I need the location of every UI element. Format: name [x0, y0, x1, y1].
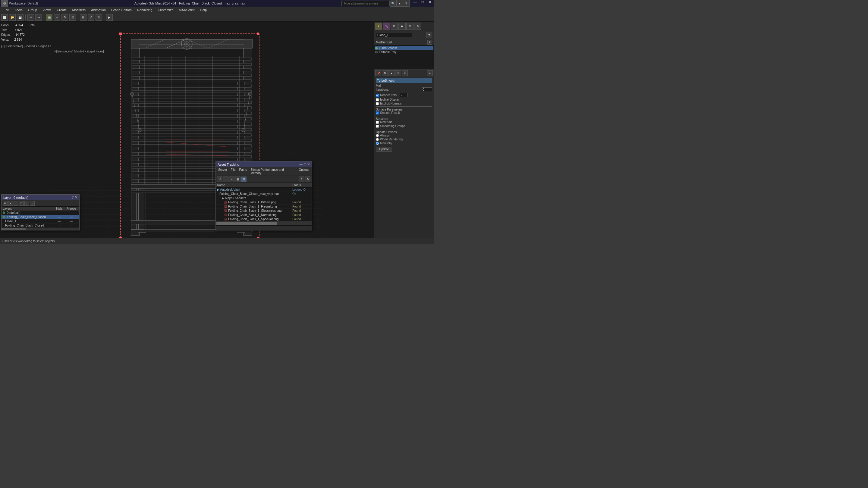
menu-maxscript[interactable]: MAXScript	[177, 7, 197, 12]
minimize-button[interactable]: —	[412, 0, 418, 7]
modifier-move-up-btn[interactable]: ▲	[389, 70, 395, 76]
menu-graph-editors[interactable]: Graph Editors	[109, 7, 134, 12]
lp-sel-objs-btn[interactable]: □	[19, 201, 24, 206]
lp-down-btn[interactable]: ↓	[30, 201, 35, 206]
modifier-dropdown-btn[interactable]: ▼	[426, 32, 432, 38]
at-close-btn[interactable]: ✕	[307, 162, 310, 166]
search-input[interactable]	[341, 1, 390, 6]
ts-manually-radio[interactable]	[376, 142, 379, 145]
rp-icon-hierarchy[interactable]: ⊞	[391, 23, 398, 30]
at-menu-file[interactable]: File	[229, 168, 237, 175]
toolbar-redo[interactable]: ↪	[35, 14, 42, 21]
search-button[interactable]: 🔍	[390, 0, 396, 7]
lp-scrollbar[interactable]	[1, 228, 79, 230]
menu-rendering[interactable]: Rendering	[135, 7, 155, 12]
at-refresh-btn[interactable]: ↺	[217, 176, 222, 182]
menu-create[interactable]: Create	[54, 7, 69, 12]
search-options[interactable]: ▼	[396, 0, 403, 7]
ts-smoothing-check[interactable]	[376, 125, 379, 128]
at-settings-btn[interactable]: ⚙	[305, 176, 310, 182]
toolbar-angle-snap[interactable]: ∠	[88, 14, 94, 21]
modifier-delete-btn[interactable]: ✕	[402, 70, 408, 76]
at-grid-btn[interactable]: ▦	[235, 176, 241, 182]
ts-iterations-input[interactable]	[422, 87, 432, 92]
modifier-turbosmooth[interactable]: TurboSmooth	[375, 46, 433, 50]
menu-help[interactable]: Help	[198, 7, 210, 12]
ts-smooth-check[interactable]	[376, 111, 379, 115]
modifier-extra-btn[interactable]: ≡	[427, 70, 433, 76]
at-row-maps[interactable]: ▶ Maps / Shaders	[216, 196, 312, 200]
lp-delete-btn[interactable]: ✕	[8, 201, 13, 206]
menu-modifiers[interactable]: Modifiers	[70, 7, 88, 12]
ts-when-rendering-radio[interactable]	[376, 138, 379, 141]
rp-icon-create[interactable]: ✦	[375, 23, 382, 30]
at-menu-bitmap[interactable]: Bitmap Performance and Memory	[249, 168, 296, 175]
at-list-btn[interactable]: ☰	[223, 176, 228, 182]
lp-scrollbar-thumb[interactable]	[1, 228, 26, 230]
at-row-vault[interactable]: ▶ Autodesk Vault Logged O	[216, 188, 312, 192]
menu-edit[interactable]: Edit	[1, 7, 12, 12]
toolbar-open[interactable]: 📂	[9, 14, 16, 21]
modifier-list-dropdown[interactable]: ▼	[427, 40, 432, 44]
ts-update-btn[interactable]: Update	[376, 147, 392, 152]
lp-new-btn[interactable]: ⊕	[3, 201, 7, 206]
menu-customize[interactable]: Customize	[156, 7, 176, 12]
at-help-btn[interactable]: ?	[299, 176, 304, 182]
at-scrollbar-thumb[interactable]	[216, 222, 277, 225]
at-row-glossiness[interactable]: 🖼 Folding_Chair_Black_1_Glossiness.png F…	[216, 209, 312, 213]
modifier-settings-btn[interactable]: ⚙	[382, 70, 388, 76]
at-menu-paths[interactable]: Paths	[238, 168, 248, 175]
toolbar-save[interactable]: 💾	[17, 14, 24, 21]
at-row-diffuse[interactable]: 🖼 Folding_Chair_Black_1_Diffuse.png Foun…	[216, 200, 312, 204]
menu-group[interactable]: Group	[26, 7, 40, 12]
lp-add-sel-btn[interactable]: +	[13, 201, 19, 206]
at-row-normal[interactable]: 🖼 Folding_Chair_Black_1_Normal.png Found	[216, 213, 312, 217]
toolbar-snap[interactable]: ⊞	[80, 14, 87, 21]
at-minimize-btn[interactable]: —	[299, 162, 303, 166]
toolbar-rotate[interactable]: ↻	[61, 14, 68, 21]
at-view-btn[interactable]: ⊟	[241, 176, 247, 182]
rp-icon-utilities[interactable]: ⚙	[414, 23, 421, 30]
ts-always-radio[interactable]	[376, 134, 379, 137]
lp-help-btn[interactable]: ?	[72, 195, 73, 199]
maximize-button[interactable]: □	[421, 0, 425, 7]
ts-explicit-check[interactable]	[376, 102, 379, 105]
lp-close-btn[interactable]: ✕	[75, 195, 78, 199]
toolbar-percent-snap[interactable]: %	[96, 14, 102, 21]
help-button[interactable]: ?	[403, 0, 410, 7]
close-button[interactable]: ✕	[427, 0, 433, 7]
at-menu-options[interactable]: Options	[298, 168, 310, 175]
lp-row-close1[interactable]: Close_1 — —	[1, 219, 79, 224]
ts-render-iters-check[interactable]	[376, 94, 379, 97]
at-row-specular[interactable]: 🖼 Folding_Chair_Black_1_Specular.png Fou…	[216, 217, 312, 221]
at-menu-server[interactable]: Server	[217, 168, 228, 175]
search-bar[interactable]: 🔍 ▼ ?	[341, 0, 410, 7]
toolbar-move[interactable]: ✛	[54, 14, 60, 21]
at-restore-btn[interactable]: □	[304, 162, 306, 166]
pin-to-stack-btn[interactable]: 📌	[375, 70, 381, 76]
at-row-mainfile[interactable]: Folding_Chair_Black_Closed_max_vray.max …	[216, 192, 312, 196]
modifier-move-down-btn[interactable]: ▼	[395, 70, 401, 76]
rp-icon-modify[interactable]: 🔧	[383, 23, 390, 30]
toolbar-scale[interactable]: ⊡	[69, 14, 76, 21]
ts-isoline-check[interactable]	[376, 98, 379, 101]
lp-up-btn[interactable]: ↑	[24, 201, 29, 206]
ts-render-iters-input[interactable]	[400, 93, 407, 97]
modifier-editable-poly[interactable]: Editable Poly	[375, 50, 433, 54]
lp-row-chair-inner[interactable]: Folding_Chair_Black_Closed — —	[1, 224, 79, 228]
lp-row-default[interactable]: 0 (default) — —	[1, 211, 79, 215]
lp-row-folding-chair[interactable]: Folding_Chair_Black_Closed — —	[1, 215, 79, 219]
rp-icon-display[interactable]: 👁	[406, 23, 413, 30]
toolbar-select[interactable]: ▣	[46, 14, 53, 21]
ts-materials-check[interactable]	[376, 121, 379, 124]
menu-views[interactable]: Views	[40, 7, 54, 12]
rp-icon-motion[interactable]: ▶	[398, 23, 406, 30]
viewport[interactable]: Polys:4 924 Total Tris:4 924 Edges:14 77…	[0, 22, 374, 238]
toolbar-undo[interactable]: ↩	[27, 14, 34, 21]
at-details-btn[interactable]: ≡	[229, 176, 235, 182]
modifier-name-input[interactable]	[376, 33, 412, 37]
at-row-fresnel[interactable]: 🖼 Folding_Chair_Black_1_Fresnel.png Foun…	[216, 204, 312, 209]
toolbar-new[interactable]: ⬜	[1, 14, 8, 21]
toolbar-render[interactable]: ▶	[106, 14, 113, 21]
menu-tools[interactable]: Tools	[12, 7, 25, 12]
